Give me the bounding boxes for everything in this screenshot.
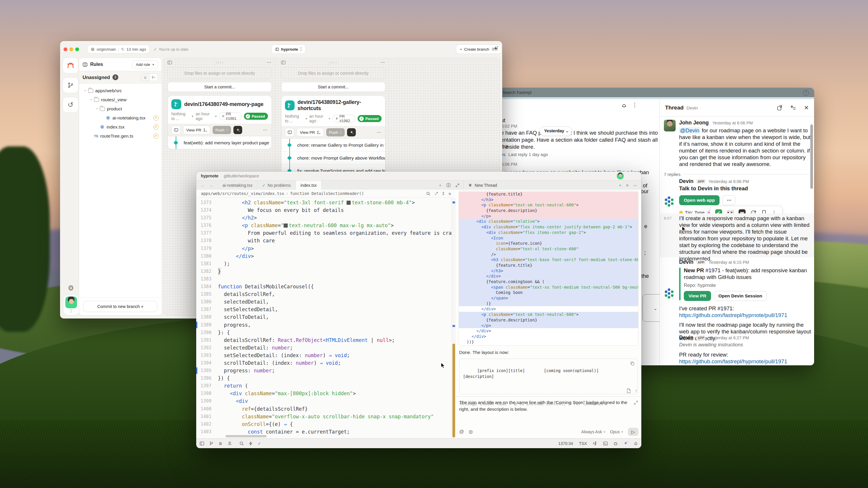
branch-name[interactable]: devin/1764380912-gallery-shortcuts [298,99,381,111]
collapse-lane-icon[interactable] [281,61,285,64]
send-button[interactable]: ▷ [628,428,639,436]
agent-input-area[interactable]: Message Claude Code — @ to include conte… [456,396,641,438]
start-commit-button[interactable]: Start a commit... [167,82,272,92]
pr-pill[interactable]: PR #1982 [333,115,355,122]
ci-status-badge[interactable]: ✓Passed [358,115,381,122]
thread-history-icon[interactable]: ≡ [626,183,628,188]
code-line[interactable]: 1387 setSelectedDetail, [196,305,456,313]
remote-status-pill[interactable]: origin/main | ↻ 13 min ago [87,45,150,54]
horizontal-scrollbar[interactable] [225,435,267,437]
slack-titlebar[interactable]: Search Fastrepl ? [498,88,814,97]
drag-handle[interactable] [215,61,223,64]
drop-zone[interactable]: Drop files to assign or commit directly [281,67,385,79]
pr-link[interactable]: https://github.com/fastrepl/hyprnote/pul… [679,358,814,365]
more-options-icon[interactable]: ⋮ [632,102,638,108]
markdown-file-icon[interactable] [626,388,631,393]
ai-sparkle-icon[interactable] [493,46,499,52]
replies-count[interactable]: 7 replies [664,172,681,177]
agent-panel-tab[interactable]: New Thread [464,181,502,190]
code-line[interactable]: 1393 setSelectedDetail: (index: number) … [196,352,456,359]
branches-tab-icon[interactable] [63,77,79,93]
open-in-window-icon[interactable] [777,105,783,111]
code-line[interactable]: 1382} [196,267,456,275]
code-line[interactable]: 1396}) { [196,375,456,382]
code-line[interactable]: 1398 <div className="max-[800px]:block h… [196,390,456,397]
commit-row[interactable]: chore: rename Gallery to Prompt Gallery … [281,138,385,151]
code-line[interactable]: 1374 We focus on every bit of details [196,206,456,214]
breadcrumb[interactable]: apps/web/src/routes/_view/index.tsx›func… [196,190,456,198]
pr-pill[interactable]: PR #1981 [219,112,242,120]
runner-icon[interactable] [249,442,252,446]
notifications-bell-icon[interactable] [634,441,638,446]
code-line[interactable]: 1385 detailsScrollRef, [196,290,456,298]
copy-icon[interactable] [630,361,634,366]
scroll-up-icon[interactable]: ↑ [635,388,637,393]
code-line[interactable]: 1375 </h2> [196,214,456,222]
focus-context-icon[interactable] [469,430,473,434]
devin-avatar[interactable] [664,196,675,207]
close-icon[interactable]: ✕ [804,104,809,111]
help-icon[interactable]: ? [803,90,809,96]
code-line[interactable]: 1381 ); [196,260,456,267]
branch-name[interactable]: devin/1764380749-memory-page [184,101,264,107]
lane-menu-icon[interactable]: ⋯ [267,60,272,65]
view-pr-button[interactable]: View PR [684,291,711,301]
agent-menu-icon[interactable]: ⋯ [633,183,638,188]
code-line[interactable]: 1388 scrollToDetail, [196,313,456,321]
terminal-icon[interactable] [603,442,608,446]
search-icon[interactable] [240,442,244,446]
close-traffic-light[interactable] [64,47,67,51]
code-line[interactable]: 1389 progress, [196,321,456,329]
code-line[interactable]: 1400 ref={detailsScrollRef} [196,405,456,413]
code-line[interactable]: 1401 className="overflow-x-auto scrollba… [196,413,456,420]
filter-icon[interactable]: ⇅ [448,191,451,196]
file-tree-item[interactable]: index.tsx [81,122,160,131]
file-tree-item[interactable]: ›apps/web/src [81,86,160,95]
debug-icon[interactable] [614,442,618,446]
code-line[interactable]: 1395 progress: number; [196,367,456,375]
file-tree-item[interactable]: ai-notetaking.tsx [81,113,160,122]
maximize-traffic-light[interactable] [75,47,79,51]
vertical-scrollbar[interactable] [451,197,456,438]
preview-branch-icon[interactable] [285,128,294,137]
code-line[interactable]: 1384function DetailsMobileCarousel({ [196,283,456,290]
workspace-branch[interactable]: gitbutler/workspace [224,173,259,178]
project-panel-icon[interactable] [200,442,204,446]
check-icon[interactable]: ✓ [258,441,261,446]
file-tree-item[interactable]: ›product [81,104,160,113]
message-time[interactable]: Yesterday at 6:06 PM [709,179,749,184]
settings-gear-icon[interactable]: ⚙ [63,284,79,292]
code-line[interactable]: 1392 selectedDetail: number; [196,344,456,352]
push-button[interactable]: Push ↑ [213,126,231,134]
code-line[interactable]: 1391 detailsScrollRef: React.RefObject<H… [196,336,456,344]
drag-handle[interactable] [329,61,337,64]
open-devin-session-button[interactable]: Open Devin Session [714,291,767,301]
project-switcher-button[interactable]: hyprnote ˄˅ [272,44,306,54]
code-line[interactable]: 1402 onScroll={(e) ⇒ { [196,420,456,428]
cursor-position[interactable]: 1370:34 [558,441,573,446]
list-view-icon[interactable]: ≡ [141,74,149,81]
language-mode[interactable]: TSX [579,441,587,446]
message-time-short[interactable]: 6:07 [664,216,672,221]
expand-input-icon[interactable] [634,401,638,404]
zoom-pane-icon[interactable] [456,184,459,187]
minimize-traffic-light[interactable] [69,47,73,51]
devin-avatar[interactable] [664,288,675,299]
push-button[interactable]: Push ↑ [326,128,345,136]
message-author[interactable]: Devin [679,335,693,340]
ci-status-badge[interactable]: ✓Passed [244,113,268,120]
mention-context-icon[interactable]: @ [459,429,464,434]
view-pr-button[interactable]: View PR [297,128,324,137]
permission-mode-select[interactable]: Always Ask˅ [581,429,605,434]
copilot-icon[interactable] [593,442,597,445]
commit-row[interactable]: chore: move Prompt Gallery above Workflo… [281,151,385,164]
tab-index-tsx[interactable]: index.tsx [296,181,321,190]
nav-forward-icon[interactable]: → [209,183,213,188]
avatar[interactable] [664,120,676,131]
inline-assist-icon[interactable] [434,192,438,196]
assistant-sparkle-icon[interactable] [623,441,628,446]
commit-to-new-branch-button[interactable]: Commit to new branch + [84,301,157,312]
history-tab-icon[interactable]: ↺ [63,97,79,113]
code-line[interactable]: 1394 scrollToDetail: (index: number) ⇒ v… [196,359,456,367]
start-commit-button[interactable]: Start a commit... [281,82,385,92]
